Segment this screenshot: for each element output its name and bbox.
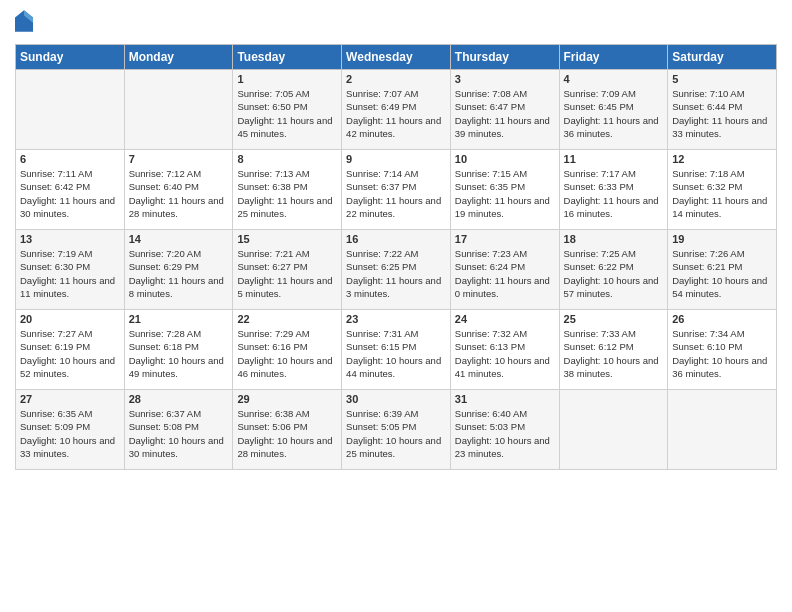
- day-number: 28: [129, 393, 229, 405]
- cell-content: Sunrise: 7:15 AMSunset: 6:35 PMDaylight:…: [455, 168, 550, 219]
- cell-content: Sunrise: 7:05 AMSunset: 6:50 PMDaylight:…: [237, 88, 332, 139]
- day-number: 27: [20, 393, 120, 405]
- day-header-thursday: Thursday: [450, 45, 559, 70]
- cell-content: Sunrise: 7:08 AMSunset: 6:47 PMDaylight:…: [455, 88, 550, 139]
- calendar-cell: 22Sunrise: 7:29 AMSunset: 6:16 PMDayligh…: [233, 310, 342, 390]
- cell-content: Sunrise: 7:27 AMSunset: 6:19 PMDaylight:…: [20, 328, 115, 379]
- day-number: 23: [346, 313, 446, 325]
- calendar-cell: [668, 390, 777, 470]
- day-number: 11: [564, 153, 664, 165]
- day-number: 15: [237, 233, 337, 245]
- cell-content: Sunrise: 7:11 AMSunset: 6:42 PMDaylight:…: [20, 168, 115, 219]
- day-number: 29: [237, 393, 337, 405]
- day-number: 6: [20, 153, 120, 165]
- calendar-cell: 3Sunrise: 7:08 AMSunset: 6:47 PMDaylight…: [450, 70, 559, 150]
- day-header-friday: Friday: [559, 45, 668, 70]
- calendar-cell: 9Sunrise: 7:14 AMSunset: 6:37 PMDaylight…: [342, 150, 451, 230]
- day-number: 30: [346, 393, 446, 405]
- day-number: 8: [237, 153, 337, 165]
- day-number: 7: [129, 153, 229, 165]
- week-row-3: 20Sunrise: 7:27 AMSunset: 6:19 PMDayligh…: [16, 310, 777, 390]
- logo: [15, 10, 35, 36]
- cell-content: Sunrise: 6:40 AMSunset: 5:03 PMDaylight:…: [455, 408, 550, 459]
- calendar-cell: 18Sunrise: 7:25 AMSunset: 6:22 PMDayligh…: [559, 230, 668, 310]
- cell-content: Sunrise: 7:18 AMSunset: 6:32 PMDaylight:…: [672, 168, 767, 219]
- calendar-cell: 19Sunrise: 7:26 AMSunset: 6:21 PMDayligh…: [668, 230, 777, 310]
- cell-content: Sunrise: 7:13 AMSunset: 6:38 PMDaylight:…: [237, 168, 332, 219]
- calendar-cell: 14Sunrise: 7:20 AMSunset: 6:29 PMDayligh…: [124, 230, 233, 310]
- cell-content: Sunrise: 7:14 AMSunset: 6:37 PMDaylight:…: [346, 168, 441, 219]
- cell-content: Sunrise: 7:07 AMSunset: 6:49 PMDaylight:…: [346, 88, 441, 139]
- week-row-2: 13Sunrise: 7:19 AMSunset: 6:30 PMDayligh…: [16, 230, 777, 310]
- day-number: 20: [20, 313, 120, 325]
- day-number: 2: [346, 73, 446, 85]
- day-number: 12: [672, 153, 772, 165]
- day-number: 16: [346, 233, 446, 245]
- day-number: 24: [455, 313, 555, 325]
- page: SundayMondayTuesdayWednesdayThursdayFrid…: [0, 0, 792, 612]
- cell-content: Sunrise: 7:23 AMSunset: 6:24 PMDaylight:…: [455, 248, 550, 299]
- calendar-cell: 8Sunrise: 7:13 AMSunset: 6:38 PMDaylight…: [233, 150, 342, 230]
- day-number: 14: [129, 233, 229, 245]
- calendar-cell: 12Sunrise: 7:18 AMSunset: 6:32 PMDayligh…: [668, 150, 777, 230]
- cell-content: Sunrise: 7:34 AMSunset: 6:10 PMDaylight:…: [672, 328, 767, 379]
- calendar-cell: [16, 70, 125, 150]
- calendar-cell: [559, 390, 668, 470]
- calendar-cell: 4Sunrise: 7:09 AMSunset: 6:45 PMDaylight…: [559, 70, 668, 150]
- cell-content: Sunrise: 6:38 AMSunset: 5:06 PMDaylight:…: [237, 408, 332, 459]
- calendar-cell: 16Sunrise: 7:22 AMSunset: 6:25 PMDayligh…: [342, 230, 451, 310]
- calendar-cell: 23Sunrise: 7:31 AMSunset: 6:15 PMDayligh…: [342, 310, 451, 390]
- calendar-cell: 27Sunrise: 6:35 AMSunset: 5:09 PMDayligh…: [16, 390, 125, 470]
- day-number: 18: [564, 233, 664, 245]
- calendar-cell: 28Sunrise: 6:37 AMSunset: 5:08 PMDayligh…: [124, 390, 233, 470]
- week-row-4: 27Sunrise: 6:35 AMSunset: 5:09 PMDayligh…: [16, 390, 777, 470]
- calendar-cell: 25Sunrise: 7:33 AMSunset: 6:12 PMDayligh…: [559, 310, 668, 390]
- calendar-cell: 1Sunrise: 7:05 AMSunset: 6:50 PMDaylight…: [233, 70, 342, 150]
- calendar-cell: 13Sunrise: 7:19 AMSunset: 6:30 PMDayligh…: [16, 230, 125, 310]
- day-header-saturday: Saturday: [668, 45, 777, 70]
- header: [15, 10, 777, 36]
- day-number: 13: [20, 233, 120, 245]
- cell-content: Sunrise: 7:28 AMSunset: 6:18 PMDaylight:…: [129, 328, 224, 379]
- day-number: 31: [455, 393, 555, 405]
- calendar-cell: 5Sunrise: 7:10 AMSunset: 6:44 PMDaylight…: [668, 70, 777, 150]
- day-header-monday: Monday: [124, 45, 233, 70]
- header-row: SundayMondayTuesdayWednesdayThursdayFrid…: [16, 45, 777, 70]
- calendar-cell: 15Sunrise: 7:21 AMSunset: 6:27 PMDayligh…: [233, 230, 342, 310]
- calendar-cell: 11Sunrise: 7:17 AMSunset: 6:33 PMDayligh…: [559, 150, 668, 230]
- cell-content: Sunrise: 6:35 AMSunset: 5:09 PMDaylight:…: [20, 408, 115, 459]
- cell-content: Sunrise: 7:21 AMSunset: 6:27 PMDaylight:…: [237, 248, 332, 299]
- cell-content: Sunrise: 6:39 AMSunset: 5:05 PMDaylight:…: [346, 408, 441, 459]
- cell-content: Sunrise: 6:37 AMSunset: 5:08 PMDaylight:…: [129, 408, 224, 459]
- calendar-cell: 7Sunrise: 7:12 AMSunset: 6:40 PMDaylight…: [124, 150, 233, 230]
- day-number: 3: [455, 73, 555, 85]
- day-number: 19: [672, 233, 772, 245]
- day-number: 21: [129, 313, 229, 325]
- cell-content: Sunrise: 7:33 AMSunset: 6:12 PMDaylight:…: [564, 328, 659, 379]
- calendar-cell: 2Sunrise: 7:07 AMSunset: 6:49 PMDaylight…: [342, 70, 451, 150]
- cell-content: Sunrise: 7:25 AMSunset: 6:22 PMDaylight:…: [564, 248, 659, 299]
- day-number: 10: [455, 153, 555, 165]
- cell-content: Sunrise: 7:19 AMSunset: 6:30 PMDaylight:…: [20, 248, 115, 299]
- calendar-cell: [124, 70, 233, 150]
- calendar-cell: 29Sunrise: 6:38 AMSunset: 5:06 PMDayligh…: [233, 390, 342, 470]
- day-number: 25: [564, 313, 664, 325]
- calendar-cell: 26Sunrise: 7:34 AMSunset: 6:10 PMDayligh…: [668, 310, 777, 390]
- day-number: 17: [455, 233, 555, 245]
- cell-content: Sunrise: 7:10 AMSunset: 6:44 PMDaylight:…: [672, 88, 767, 139]
- calendar-cell: 24Sunrise: 7:32 AMSunset: 6:13 PMDayligh…: [450, 310, 559, 390]
- calendar-cell: 30Sunrise: 6:39 AMSunset: 5:05 PMDayligh…: [342, 390, 451, 470]
- cell-content: Sunrise: 7:20 AMSunset: 6:29 PMDaylight:…: [129, 248, 224, 299]
- day-number: 1: [237, 73, 337, 85]
- day-header-sunday: Sunday: [16, 45, 125, 70]
- day-header-wednesday: Wednesday: [342, 45, 451, 70]
- day-number: 22: [237, 313, 337, 325]
- cell-content: Sunrise: 7:26 AMSunset: 6:21 PMDaylight:…: [672, 248, 767, 299]
- week-row-0: 1Sunrise: 7:05 AMSunset: 6:50 PMDaylight…: [16, 70, 777, 150]
- cell-content: Sunrise: 7:32 AMSunset: 6:13 PMDaylight:…: [455, 328, 550, 379]
- day-number: 4: [564, 73, 664, 85]
- cell-content: Sunrise: 7:31 AMSunset: 6:15 PMDaylight:…: [346, 328, 441, 379]
- week-row-1: 6Sunrise: 7:11 AMSunset: 6:42 PMDaylight…: [16, 150, 777, 230]
- day-number: 5: [672, 73, 772, 85]
- calendar-table: SundayMondayTuesdayWednesdayThursdayFrid…: [15, 44, 777, 470]
